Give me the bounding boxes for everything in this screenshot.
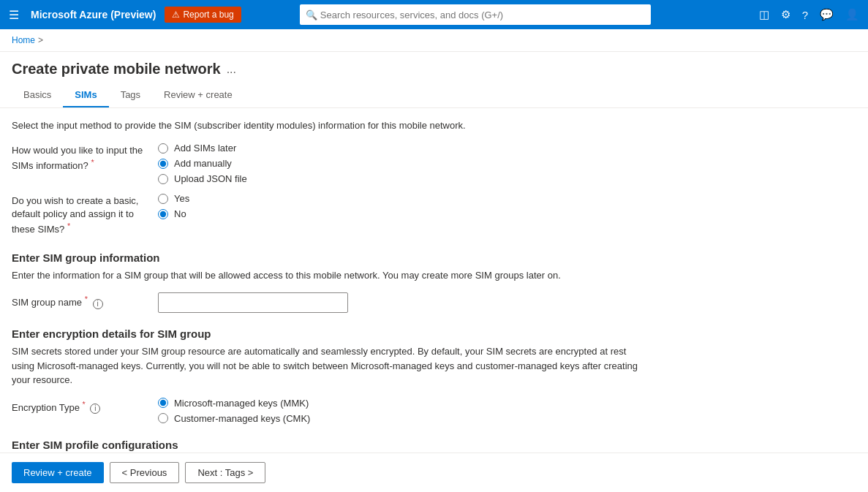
- policy-row: Do you wish to create a basic, default p…: [12, 193, 646, 237]
- tab-basics[interactable]: Basics: [12, 83, 63, 107]
- radio-add-manually-label: Add manually: [174, 158, 232, 169]
- hamburger-menu-icon[interactable]: ☰: [9, 8, 19, 22]
- sim-group-name-input[interactable]: [158, 292, 348, 313]
- radio-mmk-label: Microsoft-managed keys (MMK): [174, 398, 309, 409]
- radio-upload-json-input[interactable]: [158, 174, 168, 184]
- radio-cmk-input[interactable]: [158, 413, 168, 423]
- policy-options: Yes No: [158, 193, 189, 219]
- account-icon[interactable]: 👤: [845, 8, 859, 21]
- sim-input-method-row: How would you like to input the SIMs inf…: [12, 143, 646, 184]
- radio-cmk[interactable]: Customer-managed keys (CMK): [158, 413, 310, 424]
- radio-add-later-label: Add SIMs later: [174, 143, 236, 154]
- radio-policy-no-label: No: [174, 208, 186, 219]
- radio-policy-no[interactable]: No: [158, 208, 189, 219]
- sim-group-name-info-icon[interactable]: i: [93, 299, 103, 309]
- sim-profile-section-title: Enter SIM profile configurations: [12, 439, 646, 451]
- page-title: Create private mobile network: [12, 61, 221, 77]
- radio-add-later[interactable]: Add SIMs later: [158, 143, 247, 154]
- radio-policy-no-input[interactable]: [158, 209, 168, 219]
- policy-label: Do you wish to create a basic, default p…: [12, 193, 158, 237]
- radio-upload-json[interactable]: Upload JSON file: [158, 173, 247, 184]
- radio-upload-json-label: Upload JSON file: [174, 173, 247, 184]
- encryption-type-info-icon[interactable]: i: [90, 404, 100, 414]
- tab-bar: Basics SIMs Tags Review + create: [0, 83, 868, 108]
- review-create-button[interactable]: Review + create: [12, 462, 104, 483]
- sims-description: Select the input method to provide the S…: [12, 120, 646, 131]
- encryption-type-options: Microsoft-managed keys (MMK) Customer-ma…: [158, 398, 310, 424]
- radio-policy-yes-label: Yes: [174, 193, 189, 204]
- encryption-type-label: Encryption Type * i: [12, 398, 158, 415]
- brand-label: Microsoft Azure (Preview): [31, 9, 156, 20]
- sim-group-name-row: SIM group name * i: [12, 292, 646, 313]
- radio-add-manually-input[interactable]: [158, 159, 168, 169]
- radio-policy-yes[interactable]: Yes: [158, 193, 189, 204]
- next-button[interactable]: Next : Tags >: [185, 462, 265, 483]
- previous-button[interactable]: < Previous: [110, 462, 180, 483]
- search-container: 🔍: [300, 4, 651, 25]
- tab-review-create[interactable]: Review + create: [152, 83, 244, 107]
- page-menu-icon[interactable]: ...: [227, 63, 236, 76]
- breadcrumb: Home >: [0, 29, 868, 52]
- nav-icons-group: ◫ ⚙ ? 💬 👤: [759, 8, 859, 21]
- search-input[interactable]: [300, 4, 651, 25]
- footer-actions: Review + create < Previous Next : Tags >: [0, 453, 868, 492]
- radio-mmk[interactable]: Microsoft-managed keys (MMK): [158, 398, 310, 409]
- help-icon[interactable]: ?: [802, 9, 808, 21]
- radio-policy-yes-input[interactable]: [158, 194, 168, 204]
- feedback-icon[interactable]: 💬: [820, 8, 834, 21]
- radio-add-later-input[interactable]: [158, 143, 168, 154]
- page-header: Create private mobile network ...: [0, 52, 868, 83]
- radio-add-manually[interactable]: Add manually: [158, 158, 247, 169]
- main-content: Select the input method to provide the S…: [0, 108, 658, 492]
- sim-group-section-title: Enter SIM group information: [12, 251, 646, 264]
- tab-tags[interactable]: Tags: [109, 83, 152, 107]
- search-icon: 🔍: [306, 10, 317, 20]
- sim-input-method-label: How would you like to input the SIMs inf…: [12, 143, 158, 173]
- encryption-section-title: Enter encryption details for SIM group: [12, 328, 646, 340]
- settings-icon[interactable]: ⚙: [781, 8, 790, 21]
- radio-cmk-label: Customer-managed keys (CMK): [174, 413, 310, 424]
- report-bug-button[interactable]: ⚠ Report a bug: [165, 7, 241, 23]
- notifications-icon[interactable]: ◫: [759, 8, 769, 21]
- radio-mmk-input[interactable]: [158, 398, 168, 408]
- bug-icon: ⚠: [172, 10, 180, 20]
- sim-input-method-options: Add SIMs later Add manually Upload JSON …: [158, 143, 247, 184]
- encryption-type-row: Encryption Type * i Microsoft-managed ke…: [12, 398, 646, 424]
- sim-group-section-desc: Enter the information for a SIM group th…: [12, 268, 646, 283]
- encryption-section-desc: SIM secrets stored under your SIM group …: [12, 344, 646, 387]
- breadcrumb-separator: >: [38, 35, 43, 45]
- top-navigation: ☰ Microsoft Azure (Preview) ⚠ Report a b…: [0, 0, 868, 29]
- sim-group-name-label: SIM group name * i: [12, 292, 158, 310]
- breadcrumb-home[interactable]: Home: [12, 35, 35, 45]
- tab-sims[interactable]: SIMs: [63, 83, 108, 107]
